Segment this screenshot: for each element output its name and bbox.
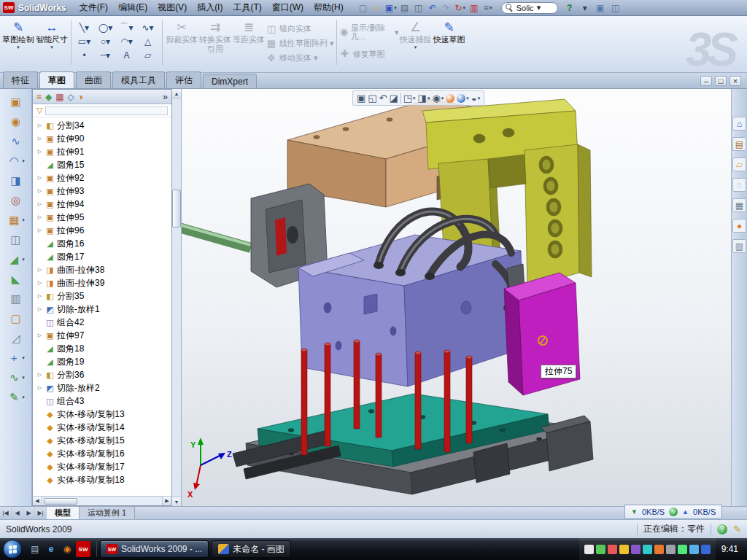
next-tab-icon[interactable]: ▶: [23, 507, 35, 519]
expand-arrow-icon[interactable]: ▷: [36, 214, 43, 220]
quick-snaps-button[interactable]: ∠快速捕捉▾: [399, 18, 433, 68]
dropdown-icon[interactable]: ▾: [314, 53, 318, 63]
chevron-right-icon[interactable]: »: [163, 92, 168, 102]
tree-item[interactable]: ◆实体-移动/复制15: [33, 434, 171, 447]
text-icon[interactable]: A: [116, 48, 137, 62]
tab-评估[interactable]: 评估: [166, 71, 201, 88]
print-preview-icon[interactable]: ◫: [412, 1, 425, 15]
spline-icon[interactable]: ∿▾: [137, 20, 158, 34]
tree-item[interactable]: ▷◨曲面-拉伸38: [33, 263, 171, 276]
zoom-fit-icon[interactable]: ▣: [357, 93, 365, 104]
download-icon[interactable]: [654, 545, 664, 554]
bluetooth-icon[interactable]: [701, 545, 711, 554]
tree-item[interactable]: ▷◧分割36: [33, 368, 171, 381]
swept-boss-icon[interactable]: ∿: [9, 134, 23, 148]
trim-entities-button[interactable]: ✂剪裁实体: [165, 18, 198, 68]
tab-曲面[interactable]: 曲面: [76, 71, 111, 88]
tree-item[interactable]: ◢圆角15: [33, 158, 171, 171]
dropdown-icon[interactable]: ▾: [466, 96, 469, 101]
dropdown-icon[interactable]: ▾: [108, 23, 112, 33]
extruded-boss-icon[interactable]: ▣: [9, 95, 23, 109]
dropdown-icon[interactable]: ▾: [86, 36, 90, 47]
dropdown-icon[interactable]: ▾: [22, 355, 25, 361]
safety-icon[interactable]: [678, 545, 687, 554]
sketch-fillet-icon[interactable]: ◠▾: [116, 34, 137, 48]
tree-item[interactable]: ▷▣拉伸92: [33, 171, 171, 184]
expand-arrow-icon[interactable]: ▷: [36, 149, 43, 155]
linear-sketch-pattern-button[interactable]: ▦线性草图阵列▾: [266, 36, 334, 50]
monitor-orb-icon[interactable]: ?: [669, 508, 678, 516]
mirror-icon[interactable]: ◫: [9, 233, 23, 246]
search-tab-icon[interactable]: ◌: [732, 178, 746, 192]
dropdown-icon[interactable]: ▾: [22, 158, 25, 164]
solidworks-resources-icon[interactable]: ⌂: [732, 117, 746, 131]
tab-DimXpert[interactable]: DimXpert: [203, 74, 257, 88]
tab-特征[interactable]: 特征: [3, 71, 38, 88]
line-icon[interactable]: ╲▾: [74, 20, 95, 34]
arc-icon[interactable]: ⌒▾: [116, 20, 137, 34]
window-icon[interactable]: ▣: [594, 1, 607, 15]
menu-view[interactable]: 视图(V): [152, 0, 192, 15]
restore-icon[interactable]: □: [715, 76, 727, 86]
apply-scene-icon[interactable]: ▾: [457, 94, 469, 103]
expand-arrow-icon[interactable]: ▷: [36, 280, 43, 286]
scroll-right-icon[interactable]: ▶: [162, 497, 171, 505]
sketch-button[interactable]: ✎草图绘制▾: [1, 18, 35, 68]
volume-icon[interactable]: [666, 545, 676, 554]
dropdown-icon[interactable]: ▾: [478, 96, 481, 101]
tab-草图[interactable]: 草图: [39, 71, 74, 88]
rapid-sketch-button[interactable]: ✎快速草图: [433, 18, 466, 68]
search-dropdown-icon[interactable]: ▾: [537, 3, 541, 12]
lofted-boss-icon[interactable]: ◠▾: [7, 154, 25, 168]
convert-entities-button[interactable]: ⇉转换实体引用: [198, 18, 232, 68]
edit-appearance-icon[interactable]: [446, 94, 454, 103]
new-document-icon[interactable]: ▢: [357, 1, 370, 15]
zoom-area-icon[interactable]: ◱: [368, 93, 376, 104]
first-tab-icon[interactable]: |◀: [0, 507, 12, 519]
plane-icon[interactable]: ▱: [137, 48, 158, 62]
displaymanager-tab-icon[interactable]: ◑: [78, 92, 83, 102]
tree-item[interactable]: ▷▣拉伸90: [33, 132, 171, 145]
tree-item[interactable]: ◆实体-移动/复制17: [33, 460, 171, 473]
smart-dimension-button[interactable]: ↔智能尺寸▾: [35, 18, 69, 68]
mirror-entities-button[interactable]: ◫镜向实体: [266, 21, 334, 36]
dropdown-icon[interactable]: ▾: [441, 96, 444, 101]
offset-entities-button[interactable]: ≣等距实体: [232, 18, 266, 68]
network-monitor[interactable]: ▼ 0KB/S ? ▲ 0KB/S: [624, 505, 722, 519]
propertymanager-tab-icon[interactable]: ◆: [45, 92, 52, 102]
ime-icon[interactable]: [584, 545, 594, 554]
tree-item[interactable]: ▷▣拉伸91: [33, 145, 171, 158]
tree-horizontal-scrollbar[interactable]: ◀ ▶: [33, 496, 171, 505]
minimize-icon[interactable]: –: [700, 76, 712, 86]
expand-arrow-icon[interactable]: ▷: [36, 136, 43, 141]
chamfer-icon[interactable]: ◣: [9, 272, 23, 286]
circle-icon[interactable]: ◯▾: [95, 20, 116, 34]
last-tab-icon[interactable]: ▶|: [35, 507, 47, 519]
browser-icon[interactable]: e: [44, 541, 58, 557]
fillet-icon[interactable]: ◢▾: [7, 252, 25, 266]
close-icon[interactable]: ×: [729, 76, 741, 86]
rectangle-icon[interactable]: ▭▾: [74, 34, 95, 48]
tree-item[interactable]: ◢圆角18: [33, 342, 171, 355]
menu-tools[interactable]: 工具(T): [228, 0, 266, 15]
panels-icon[interactable]: ◫: [609, 1, 622, 15]
model-tab-模型[interactable]: 模型: [47, 507, 80, 519]
dropdown-icon[interactable]: ▾: [22, 375, 25, 381]
tree-item[interactable]: ◆实体-移动/复制16: [33, 447, 171, 460]
dropdown-icon[interactable]: ▾: [22, 257, 25, 262]
options-icon[interactable]: ≡▾: [481, 1, 495, 15]
rebuild-icon[interactable]: ↻▾: [454, 1, 467, 15]
shell-icon[interactable]: ▢: [9, 311, 23, 325]
ellipse-icon[interactable]: ○▾: [95, 34, 116, 48]
tree-item[interactable]: ◢圆角19: [33, 355, 171, 368]
extruded-cut-icon[interactable]: ◨: [9, 174, 23, 187]
polygon-icon[interactable]: △: [137, 34, 158, 48]
menu-edit[interactable]: 编辑(E): [113, 0, 152, 15]
sketch-tools-icon[interactable]: ✎▾: [7, 390, 25, 404]
design-library-icon[interactable]: ▤: [732, 137, 746, 151]
expand-arrow-icon[interactable]: ▷: [36, 385, 43, 391]
expand-arrow-icon[interactable]: ▷: [36, 188, 43, 194]
file-explorer-icon[interactable]: ▱: [732, 158, 746, 171]
help-status-icon[interactable]: ?: [717, 524, 727, 534]
print-icon[interactable]: ▤: [398, 1, 411, 15]
